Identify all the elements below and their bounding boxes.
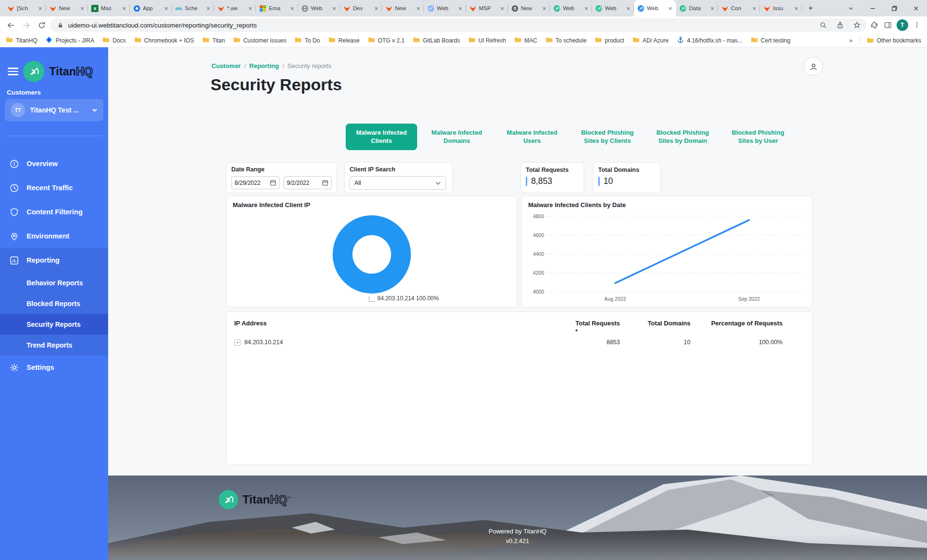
tab-close-icon[interactable]: ×: [248, 5, 253, 12]
browser-tab[interactable]: XMas×: [88, 0, 130, 16]
browser-tab[interactable]: [Sch×: [4, 0, 46, 16]
table-header-percentage-of-requests[interactable]: Percentage of Requests: [690, 320, 783, 332]
window-menu-chevron-icon[interactable]: [840, 0, 862, 16]
omnibox[interactable]: uidemo-ui.webtitancloud.com/customer/rep…: [50, 18, 866, 32]
report-tab-blocked-phishing-sites-by-clients[interactable]: Blocked Phishing Sites by Clients: [572, 124, 643, 150]
bookmark-item[interactable]: Docs: [102, 36, 126, 45]
report-tab-malware-infected-clients[interactable]: Malware Infected Clients: [346, 124, 417, 150]
new-tab-button[interactable]: +: [804, 1, 817, 15]
sidebar-item-reporting[interactable]: Reporting: [0, 248, 108, 272]
sidebar-item-security-reports[interactable]: Security Reports: [0, 314, 108, 335]
tab-close-icon[interactable]: ×: [794, 5, 799, 12]
tab-close-icon[interactable]: ×: [458, 5, 463, 12]
tab-close-icon[interactable]: ×: [710, 5, 715, 12]
browser-tab[interactable]: Web×: [592, 0, 634, 16]
expand-row-icon[interactable]: [234, 339, 240, 346]
browser-tab[interactable]: New×: [508, 0, 550, 16]
breadcrumb-reporting[interactable]: Reporting: [249, 62, 279, 70]
extensions-puzzle-icon[interactable]: [868, 19, 881, 31]
tab-close-icon[interactable]: ×: [374, 5, 379, 12]
bookmarks-overflow-chevron[interactable]: »: [849, 37, 853, 44]
breadcrumb-customer[interactable]: Customer: [211, 62, 241, 70]
bookmark-item[interactable]: MAC: [514, 36, 537, 45]
table-header-ip-address[interactable]: IP Address: [234, 320, 548, 332]
sidebar-item-overview[interactable]: Overview: [0, 152, 108, 176]
report-tab-blocked-phishing-sites-by-domain[interactable]: Blocked Phishing Sites by Domain: [647, 124, 718, 150]
refresh-icon[interactable]: [35, 18, 48, 32]
browser-tab[interactable]: Ema×: [256, 0, 298, 16]
bookmark-item[interactable]: To Do: [295, 36, 320, 45]
browser-tab[interactable]: Con×: [718, 0, 760, 16]
sidebar-item-behavior-reports[interactable]: Behavior Reports: [0, 272, 108, 293]
report-tab-blocked-phishing-sites-by-user[interactable]: Blocked Phishing Sites by User: [722, 124, 794, 150]
table-header-total-requests[interactable]: Total Requests▲: [548, 320, 620, 332]
report-tab-malware-infected-users[interactable]: Malware Infected Users: [496, 124, 568, 150]
bookmark-item[interactable]: 4.16/hotfix.sh - mas...: [677, 36, 743, 45]
browser-tab[interactable]: New×: [46, 0, 88, 16]
tab-close-icon[interactable]: ×: [122, 5, 126, 12]
sidebar-item-settings[interactable]: Settings: [0, 355, 108, 379]
browser-tab[interactable]: Dev×: [340, 0, 382, 16]
tab-close-icon[interactable]: ×: [500, 5, 505, 12]
tab-close-icon[interactable]: ×: [80, 5, 84, 12]
user-account-button[interactable]: [804, 57, 823, 76]
bookmark-item[interactable]: GitLab Boards: [413, 36, 460, 45]
browser-tab[interactable]: MSP×: [466, 0, 508, 16]
customer-selector[interactable]: TT TitanHQ Test ...: [5, 99, 103, 121]
sidebar-item-trend-reports[interactable]: Trend Reports: [0, 335, 108, 355]
tab-close-icon[interactable]: ×: [332, 5, 337, 12]
tab-close-icon[interactable]: ×: [206, 5, 211, 12]
window-close-icon[interactable]: [905, 0, 927, 16]
client-ip-select[interactable]: All: [350, 176, 446, 190]
window-minimize-icon[interactable]: [862, 0, 884, 16]
bookmark-item[interactable]: TitanHQ: [6, 36, 37, 45]
bookmark-item[interactable]: Release: [328, 36, 360, 45]
profile-avatar[interactable]: T: [897, 19, 908, 31]
browser-tab[interactable]: Data×: [676, 0, 718, 16]
browser-tab[interactable]: Web×: [424, 0, 466, 16]
bookmark-item[interactable]: OTG v 2.1: [368, 36, 405, 45]
kebab-menu-icon[interactable]: [911, 19, 923, 31]
browser-tab[interactable]: New×: [382, 0, 424, 16]
browser-tab-active[interactable]: Web×: [634, 0, 676, 16]
browser-tab[interactable]: Issu×: [760, 0, 802, 16]
bookmark-star-icon[interactable]: [851, 19, 863, 31]
sidebar-item-content-filtering[interactable]: Content Filtering: [0, 200, 108, 224]
date-to-input[interactable]: 9/2/2022: [283, 176, 332, 189]
hamburger-menu-icon[interactable]: [8, 68, 18, 75]
browser-tab[interactable]: Web×: [550, 0, 592, 16]
report-tab-malware-infected-domains[interactable]: Malware Infected Domains: [421, 124, 492, 150]
tab-close-icon[interactable]: ×: [584, 5, 589, 12]
browser-tab[interactable]: Web×: [298, 0, 340, 16]
sidebar-item-blocked-reports[interactable]: Blocked Reports: [0, 293, 108, 314]
tab-close-icon[interactable]: ×: [752, 5, 757, 12]
bookmark-item[interactable]: product: [595, 36, 624, 45]
tab-close-icon[interactable]: ×: [416, 5, 421, 12]
tab-close-icon[interactable]: ×: [290, 5, 295, 12]
bookmark-item[interactable]: Cert testing: [751, 36, 790, 45]
tab-close-icon[interactable]: ×: [38, 5, 42, 12]
bookmark-item[interactable]: Chromebook + IOS: [134, 36, 194, 45]
tab-close-icon[interactable]: ×: [542, 5, 547, 12]
browser-tab[interactable]: *.we×: [214, 0, 256, 16]
other-bookmarks[interactable]: Other bookmarks: [867, 37, 921, 44]
bookmark-item[interactable]: Projects - JIRA: [45, 36, 94, 45]
bookmark-item[interactable]: AD/ Azure: [632, 36, 669, 45]
tab-close-icon[interactable]: ×: [668, 5, 673, 12]
sidebar-item-recent-traffic[interactable]: Recent Traffic: [0, 176, 108, 200]
zoom-icon[interactable]: [817, 19, 829, 31]
tab-close-icon[interactable]: ×: [164, 5, 169, 12]
side-panel-icon[interactable]: [882, 19, 894, 31]
share-icon[interactable]: [834, 19, 846, 31]
forward-icon[interactable]: [19, 18, 33, 32]
browser-tab[interactable]: Sche×: [172, 0, 214, 16]
bookmark-item[interactable]: To schedule: [546, 36, 587, 45]
tab-close-icon[interactable]: ×: [626, 5, 631, 12]
date-from-input[interactable]: 8/29/2022: [231, 176, 280, 189]
bookmark-item[interactable]: UI Refresh: [468, 36, 506, 45]
back-icon[interactable]: [4, 18, 17, 32]
bookmark-item[interactable]: Titan: [202, 36, 225, 45]
bookmark-item[interactable]: Customer issues: [233, 36, 286, 45]
browser-tab[interactable]: App×: [130, 0, 172, 16]
sidebar-item-environment[interactable]: Environment: [0, 224, 108, 248]
